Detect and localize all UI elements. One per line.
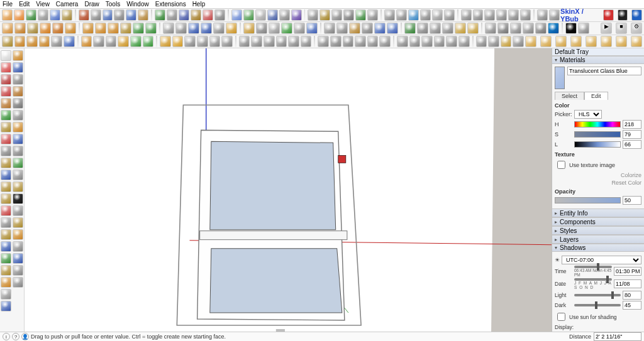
tool-btn[interactable] xyxy=(2,23,13,34)
menu-view[interactable]: View xyxy=(36,0,50,9)
tool-btn[interactable] xyxy=(214,9,225,21)
tool-btn[interactable] xyxy=(476,36,487,47)
tool-btn[interactable] xyxy=(387,23,398,34)
tool-btn[interactable] xyxy=(197,36,208,47)
tool-btn[interactable] xyxy=(461,9,472,21)
tool-btn[interactable] xyxy=(203,9,213,21)
tool-btn[interactable] xyxy=(264,36,275,47)
tool-btn[interactable] xyxy=(118,36,129,47)
tool-btn[interactable] xyxy=(188,23,199,34)
tool-btn[interactable] xyxy=(81,36,92,47)
menu-extensions[interactable]: Extensions xyxy=(155,0,186,9)
tool-btn[interactable] xyxy=(513,36,524,47)
side-tool[interactable] xyxy=(13,170,23,180)
tool-btn[interactable] xyxy=(548,23,559,34)
light-value[interactable] xyxy=(623,291,641,300)
side-tool[interactable] xyxy=(13,193,23,204)
side-tool[interactable] xyxy=(1,193,11,204)
tool-btn[interactable] xyxy=(362,23,373,34)
tool-btn[interactable] xyxy=(336,23,348,34)
tool-btn[interactable] xyxy=(103,9,113,21)
side-tool[interactable] xyxy=(13,241,23,252)
tool-btn[interactable] xyxy=(14,9,25,21)
use-sun-checkbox[interactable] xyxy=(557,313,565,321)
help-icon[interactable]: ? xyxy=(12,333,19,340)
material-name-input[interactable] xyxy=(567,67,641,75)
side-tool[interactable] xyxy=(1,181,11,192)
tool-btn[interactable] xyxy=(133,23,144,34)
tool-btn[interactable] xyxy=(374,23,386,34)
ctrl-btn[interactable]: ⚙ xyxy=(631,23,642,34)
menu-camera[interactable]: Camera xyxy=(56,0,79,9)
tool-btn[interactable] xyxy=(397,36,408,47)
tool-btn[interactable] xyxy=(343,36,354,47)
tool-btn[interactable] xyxy=(65,23,76,34)
tool-btn[interactable] xyxy=(488,36,499,47)
side-tool[interactable] xyxy=(1,50,11,61)
side-tool[interactable] xyxy=(13,110,23,121)
brand-btn[interactable] xyxy=(618,9,628,21)
tool-btn[interactable] xyxy=(520,9,531,21)
ctrl-btn[interactable]: ▶ xyxy=(601,23,612,34)
side-tool[interactable] xyxy=(13,86,23,97)
menu-help[interactable]: Help xyxy=(192,0,206,9)
tool-btn[interactable] xyxy=(26,9,36,21)
panel-materials[interactable]: Materials xyxy=(552,56,644,64)
tool-btn[interactable] xyxy=(255,9,266,21)
h-value[interactable] xyxy=(623,120,641,129)
side-tool[interactable] xyxy=(1,134,11,144)
tool-btn[interactable] xyxy=(496,9,507,21)
tool-btn[interactable] xyxy=(243,23,255,34)
tool-btn[interactable] xyxy=(330,36,341,47)
side-tool[interactable] xyxy=(13,253,23,264)
side-tool[interactable] xyxy=(1,86,11,97)
sat-slider[interactable] xyxy=(574,131,621,138)
side-tool[interactable] xyxy=(13,181,23,192)
opacity-value[interactable] xyxy=(623,196,641,205)
side-tool[interactable] xyxy=(13,74,23,85)
side-tool[interactable] xyxy=(13,98,23,109)
material-swatch[interactable] xyxy=(555,67,565,89)
tool-btn[interactable] xyxy=(367,36,379,47)
tool-btn[interactable] xyxy=(367,9,378,21)
tool-btn[interactable] xyxy=(396,9,407,21)
tool-btn[interactable] xyxy=(319,9,330,21)
tool-btn[interactable] xyxy=(39,36,50,47)
tool-btn[interactable] xyxy=(231,9,242,21)
tool-btn[interactable] xyxy=(2,36,13,47)
side-tool[interactable] xyxy=(13,62,23,73)
tool-btn[interactable] xyxy=(209,36,221,47)
tool-btn[interactable] xyxy=(14,23,26,34)
side-tool[interactable] xyxy=(13,229,23,240)
tool-btn[interactable] xyxy=(442,23,453,34)
side-tool[interactable] xyxy=(13,217,23,228)
tool-btn[interactable] xyxy=(446,36,457,47)
tool-btn[interactable] xyxy=(458,36,470,47)
tool-btn[interactable] xyxy=(537,9,548,21)
side-tool[interactable] xyxy=(1,301,11,311)
side-tool[interactable] xyxy=(1,74,11,85)
tool-btn[interactable] xyxy=(508,9,519,21)
tool-btn[interactable] xyxy=(201,23,212,34)
tool-btn[interactable] xyxy=(93,36,104,47)
tool-btn[interactable] xyxy=(549,9,560,21)
side-tool[interactable] xyxy=(13,277,23,288)
panel-layers[interactable]: Layers xyxy=(552,235,644,244)
menu-file[interactable]: File xyxy=(3,0,13,9)
tool-btn[interactable] xyxy=(138,9,148,21)
side-tool[interactable] xyxy=(1,205,11,216)
time-slider[interactable] xyxy=(574,266,612,268)
tool-btn[interactable] xyxy=(455,23,466,34)
tool-btn[interactable] xyxy=(50,9,60,21)
use-texture-checkbox[interactable] xyxy=(557,161,565,169)
sun-tool[interactable] xyxy=(631,36,642,47)
tool-btn[interactable] xyxy=(52,23,64,34)
panel-components[interactable]: Components xyxy=(552,217,644,226)
side-tool[interactable] xyxy=(1,229,11,240)
tool-btn[interactable] xyxy=(145,23,157,34)
tool-btn[interactable] xyxy=(27,23,38,34)
lum-slider[interactable] xyxy=(574,141,621,148)
tool-btn[interactable] xyxy=(51,36,62,47)
side-tool[interactable] xyxy=(13,158,23,168)
sun-tool[interactable] xyxy=(555,36,567,47)
